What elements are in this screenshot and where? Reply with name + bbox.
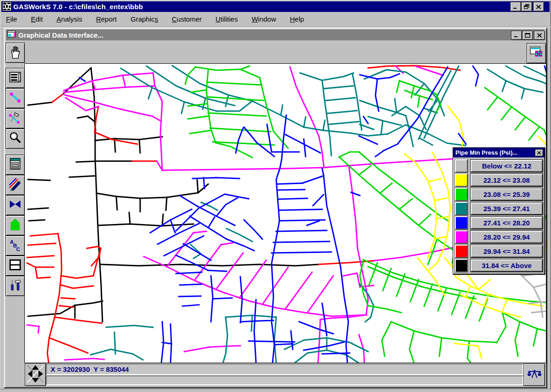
- pipe-segment[interactable]: [281, 105, 283, 115]
- legend-color-swatch[interactable]: [455, 230, 468, 244]
- pipe-segment[interactable]: [101, 264, 318, 266]
- pipe-segment[interactable]: [35, 267, 50, 278]
- child-close-button[interactable]: [534, 31, 545, 40]
- legend-range-box[interactable]: 23.08 <= 25.39: [471, 188, 543, 201]
- pipe-segment[interactable]: [502, 300, 507, 312]
- pipe-segment[interactable]: [206, 70, 216, 143]
- pipe-segment[interactable]: [182, 305, 199, 306]
- pipe-segment[interactable]: [221, 243, 233, 245]
- pipe-segment[interactable]: [374, 246, 460, 261]
- pipe-segment[interactable]: [534, 329, 537, 346]
- app-titlebar[interactable]: GASWorkS 7.0 - c:\cfiles\ch_entex\bbb: [1, 1, 550, 12]
- pipe-segment[interactable]: [61, 298, 75, 299]
- valve-tool-button[interactable]: [6, 195, 25, 215]
- legend-close-button[interactable]: [535, 149, 543, 157]
- pipe-segment[interactable]: [359, 136, 377, 144]
- pipe-segment[interactable]: [295, 350, 359, 363]
- minimize-button[interactable]: [510, 2, 521, 11]
- pipe-segment[interactable]: [524, 66, 546, 77]
- pipe-segment[interactable]: [273, 131, 288, 148]
- pipe-segment[interactable]: [55, 317, 102, 323]
- pipe-segment[interactable]: [207, 82, 261, 85]
- menu-item-file[interactable]: File: [1, 13, 22, 25]
- pipe-segment[interactable]: [435, 198, 447, 201]
- pipe-segment[interactable]: [91, 68, 102, 322]
- pipe-segment[interactable]: [241, 320, 273, 322]
- pipe-segment[interactable]: [27, 256, 54, 258]
- pipe-segment[interactable]: [267, 124, 272, 152]
- pipe-segment[interactable]: [47, 234, 62, 363]
- pipe-segment[interactable]: [405, 154, 437, 258]
- legend-range-box[interactable]: 29.94 <= 31.84: [471, 245, 543, 258]
- pipe-segment[interactable]: [322, 353, 350, 354]
- redraw-button[interactable]: [6, 175, 25, 195]
- pipe-segment[interactable]: [52, 94, 63, 102]
- pipe-segment[interactable]: [418, 96, 420, 107]
- pipe-segment[interactable]: [153, 73, 155, 86]
- pipe-segment[interactable]: [29, 220, 45, 221]
- pipe-segment[interactable]: [307, 221, 319, 225]
- pipe-segment[interactable]: [278, 190, 305, 190]
- pipe-segment[interactable]: [191, 90, 206, 92]
- pipe-segment[interactable]: [69, 176, 96, 177]
- pipe-segment[interactable]: [313, 195, 324, 206]
- pipe-segment[interactable]: [279, 209, 322, 210]
- restore-button[interactable]: [521, 2, 532, 11]
- pipe-segment[interactable]: [28, 102, 52, 105]
- pipe-segment[interactable]: [302, 176, 322, 183]
- pipe-segment[interactable]: [420, 138, 432, 145]
- pipe-segment[interactable]: [59, 306, 73, 307]
- pipe-segment[interactable]: [274, 317, 276, 363]
- pipe-segment[interactable]: [204, 178, 204, 189]
- pipe-segment[interactable]: [349, 166, 368, 315]
- pipe-segment[interactable]: [179, 296, 201, 297]
- pipe-segment[interactable]: [411, 86, 414, 98]
- pipe-segment[interactable]: [123, 75, 125, 87]
- pipe-segment[interactable]: [429, 263, 437, 270]
- legend-range-box[interactable]: Below <= 22.12: [471, 160, 543, 172]
- pipe-segment[interactable]: [157, 157, 477, 170]
- pipe-segment[interactable]: [322, 168, 324, 175]
- pipe-segment[interactable]: [304, 139, 306, 157]
- pan-tool-button[interactable]: [6, 43, 25, 63]
- pipe-segment[interactable]: [419, 71, 451, 139]
- legend-color-swatch[interactable]: [455, 188, 468, 201]
- pipe-segment[interactable]: [327, 111, 357, 113]
- pipe-segment[interactable]: [139, 113, 160, 121]
- pipe-segment[interactable]: [139, 140, 140, 153]
- pipe-segment[interactable]: [307, 276, 333, 313]
- pipe-segment[interactable]: [193, 178, 239, 179]
- pipe-segment[interactable]: [439, 338, 442, 356]
- pipe-segment[interactable]: [30, 234, 58, 236]
- pipe-segment[interactable]: [488, 97, 498, 110]
- pipe-segment[interactable]: [262, 267, 288, 304]
- pipe-segment[interactable]: [114, 332, 115, 354]
- legend-range-box[interactable]: 27.41 <= 28.20: [471, 217, 543, 229]
- pipe-segment[interactable]: [299, 322, 333, 334]
- pipe-segment[interactable]: [502, 81, 506, 91]
- child-titlebar[interactable]: Graphical Data Interface...: [6, 29, 544, 40]
- pipe-segment[interactable]: [545, 66, 546, 72]
- pipe-segment[interactable]: [194, 245, 221, 280]
- utilities-button[interactable]: [6, 276, 25, 296]
- pipe-segment[interactable]: [545, 216, 546, 244]
- pipe-segment[interactable]: [488, 69, 543, 92]
- pipe-segment[interactable]: [249, 341, 295, 342]
- customer-tool-button[interactable]: [6, 215, 25, 235]
- pipe-segment[interactable]: [188, 116, 208, 119]
- menu-item-edit[interactable]: Edit: [26, 13, 47, 25]
- pipe-segment[interactable]: [76, 161, 132, 162]
- pipe-segment[interactable]: [532, 311, 546, 313]
- pipe-segment[interactable]: [239, 260, 266, 298]
- pipe-segment[interactable]: [183, 244, 211, 260]
- pipe-segment[interactable]: [419, 214, 431, 225]
- menu-item-analysis[interactable]: Analysis: [52, 13, 87, 25]
- pipe-segment[interactable]: [210, 128, 271, 132]
- pipe-segment[interactable]: [155, 86, 162, 170]
- legend-color-swatch[interactable]: [455, 245, 468, 258]
- text-tool-button[interactable]: ABC: [6, 235, 25, 256]
- pipe-segment[interactable]: [129, 213, 130, 224]
- pipe-segment[interactable]: [208, 113, 266, 116]
- pipe-segment[interactable]: [27, 263, 54, 267]
- pipe-segment[interactable]: [522, 89, 524, 99]
